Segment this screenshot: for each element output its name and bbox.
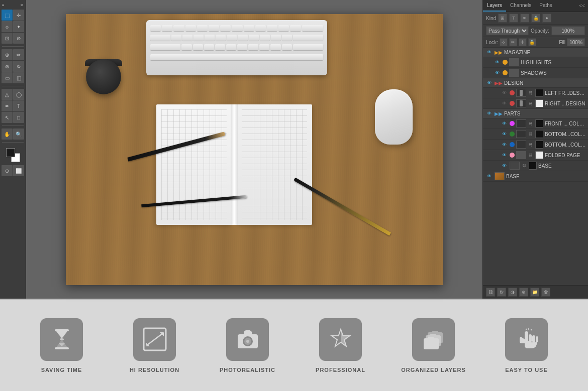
keyboard <box>146 20 327 75</box>
move-tool[interactable]: ✛ <box>13 10 24 21</box>
eye-left-design[interactable]: 👁 <box>500 89 508 96</box>
toolbar-handle[interactable]: ≡✕ <box>0 2 26 9</box>
link-layers-button[interactable]: ⛓ <box>486 288 495 297</box>
type-tool[interactable]: T <box>13 100 24 111</box>
eye-shadows[interactable]: 👁 <box>493 69 501 76</box>
quick-mask[interactable]: ⊙ <box>2 165 13 176</box>
right-panel: Layers Channels Paths << Kind ⊞ T ✒ 🔒 ● … <box>482 0 588 299</box>
history-brush[interactable]: ↻ <box>13 61 24 72</box>
layer-name-right-design: RIGHT ...DESIGN <box>545 101 586 106</box>
kb-key <box>244 25 254 31</box>
layer-highlights[interactable]: 👁 HIGHLIGHTS <box>483 57 588 68</box>
canvas-frame <box>66 14 443 285</box>
eye-base-inner[interactable]: 👁 <box>500 162 508 169</box>
layer-name-design: DESIGN <box>504 80 586 86</box>
dodge-tool[interactable]: ◯ <box>13 89 24 100</box>
marquee-tool[interactable]: ⬚ <box>2 10 13 21</box>
color-left-design <box>510 90 515 95</box>
svg-line-19 <box>531 329 532 330</box>
kb-key <box>171 35 181 41</box>
eye-base-outer[interactable]: 👁 <box>485 173 493 180</box>
separator-2 <box>2 86 24 86</box>
magazine-grid-right <box>242 109 307 220</box>
new-layer-button[interactable]: ⊕ <box>519 288 528 297</box>
mask-front-color <box>535 119 543 127</box>
mask-bottom-2 <box>535 141 543 149</box>
lock-position[interactable]: ⊹ <box>500 38 508 46</box>
magic-wand-tool[interactable]: ✦ <box>13 21 24 32</box>
eye-bottom-color-1[interactable]: 👁 <box>500 131 508 138</box>
magazine-right-page <box>237 104 312 225</box>
layer-left-design[interactable]: 👁 ⛓ LEFT FR...DESIGN <box>483 88 588 98</box>
layer-base-outer[interactable]: 👁 BASE <box>483 171 588 182</box>
zoom-tool[interactable]: 🔍 <box>13 128 24 140</box>
folder-button[interactable]: 📁 <box>530 288 539 297</box>
kb-key <box>216 35 226 41</box>
thumb-bottom-color-1 <box>516 130 526 138</box>
layer-folded-page[interactable]: 👁 ⛓ FOLDED PAGE <box>483 150 588 161</box>
kind-icon-3[interactable]: ✒ <box>520 14 529 23</box>
pen-tool[interactable]: ✒ <box>2 100 13 111</box>
path-select[interactable]: ↖ <box>2 112 13 123</box>
layer-name-front-color: FRONT ... COLOR <box>545 121 586 126</box>
lock-all[interactable]: 🔒 <box>528 38 536 46</box>
thumb-base-outer <box>495 172 505 180</box>
layer-right-design[interactable]: 👁 ⛓ RIGHT ...DESIGN <box>483 98 588 109</box>
photorealistic-label: PHOTOREALISTIC <box>220 367 275 373</box>
healing-brush[interactable]: ⊕ <box>2 49 13 60</box>
layer-group-parts[interactable]: 👁 ▶▶ PARTS <box>483 109 588 118</box>
foreground-background-color[interactable] <box>6 148 20 162</box>
tab-layers[interactable]: Layers <box>483 0 506 12</box>
tab-paths[interactable]: Paths <box>535 0 556 12</box>
blur-tool[interactable]: △ <box>2 89 13 100</box>
layer-group-design[interactable]: 👁 ▶▶ DESIGN <box>483 78 588 88</box>
layer-front-color[interactable]: 👁 ⛓ FRONT ... COLOR <box>483 118 588 129</box>
blend-mode-select[interactable]: Pass Through Normal Multiply <box>486 26 529 35</box>
eye-right-design[interactable]: 👁 <box>500 100 508 107</box>
layer-name-parts: PARTS <box>504 111 586 116</box>
layer-base-inner[interactable]: 👁 ⛓ BASE <box>483 161 588 171</box>
shape-tool[interactable]: □ <box>13 112 24 123</box>
eye-design[interactable]: 👁 <box>485 79 493 86</box>
delete-layer-button[interactable]: 🗑 <box>541 288 550 297</box>
fill-input[interactable] <box>567 38 585 46</box>
foreground-color-swatch[interactable] <box>6 148 15 157</box>
layer-shadows[interactable]: 👁 SHADOWS <box>483 68 588 78</box>
kind-icon-4[interactable]: 🔒 <box>531 14 540 23</box>
eye-highlights[interactable]: 👁 <box>493 59 501 66</box>
layer-bottom-color-2[interactable]: 👁 ⛓ BOTTOM...COLOR <box>483 140 588 150</box>
new-fill-button[interactable]: ◑ <box>508 288 517 297</box>
panel-footer: ⛓ fx ◑ ⊕ 📁 🗑 <box>483 285 588 299</box>
kind-icon-1[interactable]: ⊞ <box>498 14 507 23</box>
kind-icon-2[interactable]: T <box>509 14 518 23</box>
lock-move[interactable]: ✛ <box>519 38 527 46</box>
lasso-tool[interactable]: ⌾ <box>2 21 13 32</box>
tab-channels[interactable]: Channels <box>506 0 535 12</box>
kind-icon-5[interactable]: ● <box>542 14 551 23</box>
eyedropper-tool[interactable]: ⊘ <box>13 33 24 44</box>
kb-key <box>267 25 277 31</box>
eye-bottom-color-2[interactable]: 👁 <box>500 141 508 148</box>
eye-front-color[interactable]: 👁 <box>500 120 508 127</box>
panel-collapse-button[interactable]: << <box>576 1 588 11</box>
screen-mode[interactable]: ⬜ <box>13 165 24 176</box>
lock-pixel[interactable]: ✏ <box>509 38 517 46</box>
thumb-bottom-color-2 <box>516 141 526 149</box>
layer-group-magazine[interactable]: 👁 ▶▶ MAGAZINE <box>483 48 588 57</box>
cup-body <box>86 59 121 94</box>
thumb-shadows <box>509 69 519 77</box>
kb-key <box>209 25 219 31</box>
kb-key <box>238 35 248 41</box>
eraser-tool[interactable]: ▭ <box>2 72 13 83</box>
brush-tool[interactable]: ✏ <box>13 49 24 60</box>
eye-folded-page[interactable]: 👁 <box>500 152 508 159</box>
fx-button[interactable]: fx <box>497 288 506 297</box>
opacity-input[interactable] <box>551 26 585 35</box>
clone-stamp[interactable]: ⊗ <box>2 61 13 72</box>
hand-tool[interactable]: ✋ <box>2 128 13 140</box>
eye-magazine[interactable]: 👁 <box>485 49 493 56</box>
gradient-tool[interactable]: ◫ <box>13 72 24 83</box>
eye-parts[interactable]: 👁 <box>485 110 493 117</box>
crop-tool[interactable]: ⊡ <box>2 33 13 44</box>
layer-bottom-color-1[interactable]: 👁 ⛓ BOTTOM...COLOR <box>483 129 588 140</box>
